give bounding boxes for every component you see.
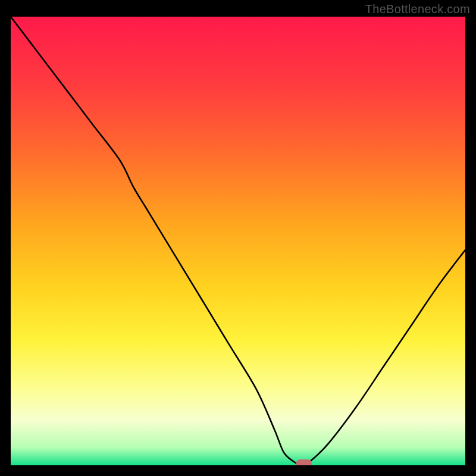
plot-area — [11, 17, 465, 465]
gradient-background — [11, 17, 465, 465]
optimal-point-marker — [296, 459, 312, 465]
chart-frame: TheBottleneck.com — [0, 0, 476, 476]
watermark-text: TheBottleneck.com — [365, 2, 470, 16]
bottleneck-chart — [11, 17, 465, 465]
